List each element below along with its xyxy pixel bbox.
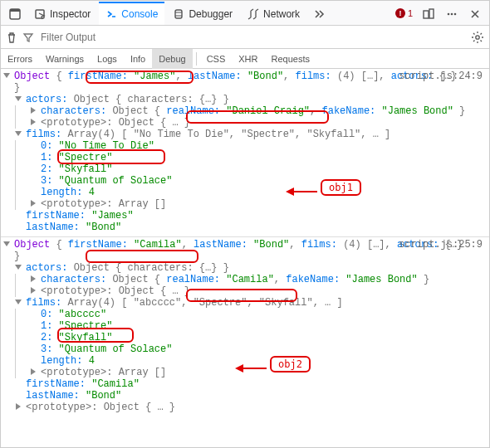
- film-3-1[interactable]: 3: "Quantum of Solace": [41, 175, 489, 187]
- expand-toggle[interactable]: [1, 71, 14, 94]
- tab-console-label: Console: [121, 8, 158, 20]
- source-location-2[interactable]: script.js:25:9: [399, 239, 483, 251]
- expand-toggle[interactable]: [27, 105, 41, 117]
- dock-icon: [423, 8, 434, 20]
- prop-firstname-1[interactable]: firstName: "James": [26, 210, 489, 222]
- close-button[interactable]: [464, 2, 486, 25]
- cat-xhr[interactable]: XHR: [232, 49, 264, 69]
- log-entry-1: script.js:24:9 Object { firstName: "Jame…: [1, 69, 489, 236]
- expand-toggle[interactable]: [1, 239, 14, 262]
- svg-rect-5: [429, 9, 434, 18]
- funnel-icon: [22, 32, 34, 43]
- svg-point-6: [448, 12, 450, 15]
- films-length-1[interactable]: length: 4: [41, 187, 489, 198]
- console-icon: [105, 8, 117, 20]
- tab-inspector-label: Inspector: [50, 8, 91, 20]
- expand-toggle[interactable]: [27, 285, 41, 297]
- tab-debugger-label: Debugger: [189, 8, 233, 20]
- inspector-icon: [34, 8, 46, 20]
- network-icon: [247, 8, 259, 20]
- debugger-icon: [173, 8, 184, 20]
- film-2-2[interactable]: 2: "Skyfall": [41, 332, 489, 343]
- tab-debugger[interactable]: Debugger: [166, 2, 239, 25]
- expand-toggle[interactable]: [27, 198, 41, 210]
- svg-point-7: [451, 12, 453, 15]
- prop-actors-1[interactable]: actors: Object { characters: {…} }: [26, 94, 489, 105]
- tab-network[interactable]: Network: [241, 2, 306, 25]
- svg-rect-1: [10, 9, 20, 12]
- panel-picker-icon: [9, 8, 21, 20]
- dock-button[interactable]: [418, 2, 439, 25]
- tab-inspector[interactable]: Inspector: [27, 2, 97, 25]
- prop-firstname-2[interactable]: firstName: "Camila": [26, 378, 489, 390]
- clear-console-button[interactable]: [6, 32, 17, 43]
- error-icon: !: [395, 8, 405, 18]
- error-count: 1: [408, 8, 413, 18]
- prop-actors-2[interactable]: actors: Object { characters: {…} }: [26, 262, 489, 274]
- console-output[interactable]: script.js:24:9 Object { firstName: "Jame…: [1, 69, 489, 447]
- trash-icon: [6, 32, 17, 43]
- film-0-2[interactable]: 0: "abcccc": [41, 309, 489, 320]
- cat-requests[interactable]: Requests: [265, 49, 316, 69]
- expand-toggle[interactable]: [27, 274, 41, 285]
- filter-input[interactable]: [39, 31, 466, 44]
- source-location-1[interactable]: script.js:24:9: [399, 71, 483, 82]
- svg-point-9: [476, 35, 479, 38]
- films-proto-2[interactable]: <prototype>: Array []: [41, 367, 489, 378]
- films-length-2[interactable]: length: 4: [41, 355, 489, 367]
- svg-rect-4: [424, 11, 429, 18]
- prop-proto-actors-1[interactable]: <prototype>: Object { … }: [41, 117, 489, 129]
- filter-icon-button[interactable]: [22, 32, 34, 43]
- panel-picker-button[interactable]: [4, 2, 26, 25]
- prop-films-2[interactable]: films: Array(4) [ "abcccc", "Spectre", "…: [26, 297, 489, 309]
- prop-lastname-2[interactable]: lastName: "Bond": [26, 390, 489, 402]
- expand-toggle[interactable]: [12, 402, 26, 413]
- cat-debug[interactable]: Debug: [152, 49, 192, 69]
- chevron-double-right-icon: [313, 8, 325, 20]
- ellipsis-icon: [446, 8, 458, 20]
- console-filter-bar: [1, 26, 489, 49]
- tab-console[interactable]: Console: [99, 2, 164, 25]
- settings-button[interactable]: [471, 31, 484, 44]
- cat-logs[interactable]: Logs: [91, 49, 124, 69]
- cat-css[interactable]: CSS: [200, 49, 233, 69]
- prop-films-1[interactable]: films: Array(4) [ "No Time To Die", "Spe…: [26, 129, 489, 140]
- close-icon: [469, 8, 481, 20]
- error-counter[interactable]: ! 1: [395, 8, 416, 18]
- prop-characters-1[interactable]: characters: Object { realName: "Daniel C…: [41, 105, 489, 117]
- tab-network-label: Network: [263, 8, 300, 20]
- film-0-1[interactable]: 0: "No Time To Die": [41, 140, 489, 152]
- svg-point-8: [454, 12, 457, 15]
- film-2-1[interactable]: 2: "Skyfall": [41, 163, 489, 175]
- expand-toggle[interactable]: [12, 297, 26, 309]
- expand-toggle[interactable]: [12, 129, 26, 140]
- film-1-2[interactable]: 1: "Spectre": [41, 320, 489, 332]
- film-3-2[interactable]: 3: "Quantum of Solace": [41, 343, 489, 355]
- more-button[interactable]: [441, 2, 463, 25]
- devtools-tabs: Inspector Console Debugger Network ! 1: [1, 1, 489, 26]
- film-1-1[interactable]: 1: "Spectre": [41, 152, 489, 163]
- prop-lastname-1[interactable]: lastName: "Bond": [26, 222, 489, 233]
- cat-info[interactable]: Info: [124, 49, 152, 69]
- prop-characters-2[interactable]: characters: Object { realName: "Camila",…: [41, 274, 489, 285]
- cat-errors[interactable]: Errors: [1, 49, 39, 69]
- gear-icon: [471, 31, 484, 44]
- prop-proto-2[interactable]: <prototype>: Object { … }: [26, 402, 489, 413]
- cat-warnings[interactable]: Warnings: [39, 49, 91, 69]
- films-proto-1[interactable]: <prototype>: Array []: [41, 198, 489, 210]
- expand-toggle[interactable]: [27, 367, 41, 378]
- prop-proto-actors-2[interactable]: <prototype>: Object { … }: [41, 285, 489, 297]
- overflow-tabs-button[interactable]: [308, 2, 330, 25]
- log-entry-2: script.js:25:9 Object { firstName: "Cami…: [1, 236, 489, 416]
- expand-toggle[interactable]: [27, 117, 41, 129]
- cat-divider: [196, 52, 197, 66]
- expand-toggle[interactable]: [12, 94, 26, 105]
- svg-rect-3: [175, 10, 182, 18]
- log-category-bar: Errors Warnings Logs Info Debug CSS XHR …: [1, 49, 489, 69]
- expand-toggle[interactable]: [12, 262, 26, 274]
